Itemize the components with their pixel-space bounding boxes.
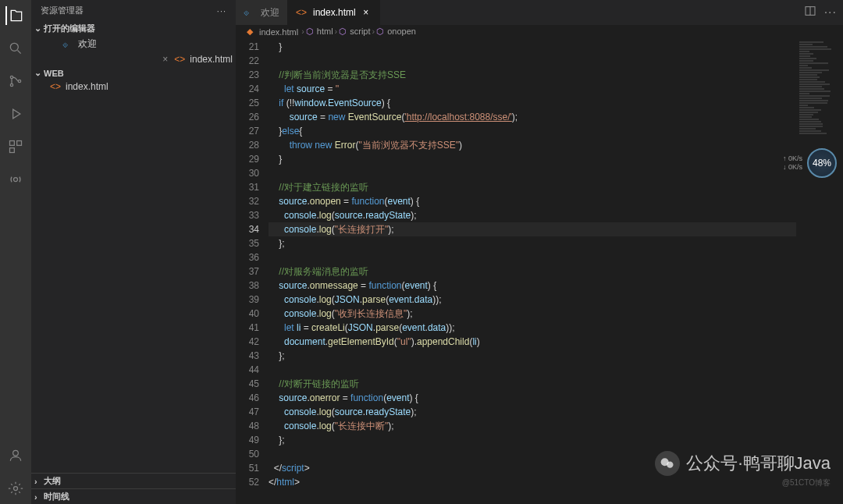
explorer-icon[interactable] [5,6,24,25]
watermark-sub: @51CTO博客 [782,477,831,488]
file-icon: <> [174,54,187,65]
timeline-section[interactable]: › 时间线 [31,488,236,504]
tabs-row: ⟐欢迎<>index.html× ··· [236,0,843,25]
close-icon[interactable]: × [361,7,372,18]
code-content[interactable]: } //判断当前浏览器是否支持SSE let source = '' if (!… [269,38,796,504]
editor-tab[interactable]: ⟐欢迎 [236,0,288,25]
chevron-down-icon: ⌄ [34,68,44,78]
symbol-icon: ⬡ [339,27,350,37]
workspace-section[interactable]: ⌄ WEB [31,66,236,80]
split-editor-icon[interactable] [804,5,816,20]
explorer-sidebar: 资源管理器 ··· ⌄ 打开的编辑器 ⟐欢迎×<>index.html ⌄ WE… [31,0,236,504]
svg-point-2 [10,83,12,86]
chevron-right-icon: › [34,492,44,502]
svg-point-8 [13,450,19,456]
svg-point-1 [10,76,12,78]
more-icon[interactable]: ··· [217,6,226,16]
sidebar-header: 资源管理器 ··· [31,0,236,21]
close-icon[interactable]: × [162,54,168,65]
svg-rect-6 [10,148,15,153]
more-icon[interactable]: ··· [824,5,837,20]
file-icon: <> [50,81,62,92]
html-file-icon: ◆ [247,27,258,37]
svg-point-0 [10,43,18,51]
account-icon[interactable] [6,446,25,465]
breadcrumb[interactable]: ◆ index.html ›⬡html›⬡script›⬡onopen [236,25,843,38]
open-editor-item[interactable]: ⟐欢迎 [31,36,236,52]
svg-point-9 [14,487,18,491]
source-control-icon[interactable] [6,72,25,91]
svg-point-12 [667,462,674,468]
performance-badge: 48% [807,148,837,178]
svg-rect-5 [17,141,22,146]
file-icon: ⟐ [62,39,75,50]
svg-point-7 [14,178,18,182]
extensions-icon[interactable] [6,137,25,156]
settings-icon[interactable] [6,479,25,498]
file-tree-item[interactable]: <>index.html [31,80,236,94]
activity-bar [0,0,31,504]
symbol-icon: ⬡ [306,27,317,37]
file-icon: <> [296,7,308,18]
wechat-icon [655,451,680,476]
svg-rect-4 [10,141,15,146]
svg-point-3 [18,80,20,82]
debug-icon[interactable] [6,105,25,123]
open-editor-item[interactable]: ×<>index.html [31,52,236,66]
editor-tab[interactable]: <>index.html× [288,0,380,25]
network-monitor-overlay: ↑ 0K/s ↓ 0K/s 48% [783,148,837,178]
file-icon: ⟐ [244,7,256,18]
search-icon[interactable] [6,39,25,58]
watermark: 公众号·鸭哥聊Java [655,451,831,476]
outline-section[interactable]: › 大纲 [31,473,236,488]
chevron-down-icon: ⌄ [34,23,44,34]
sidebar-title: 资源管理器 [41,5,84,16]
tabs-actions: ··· [798,0,843,25]
minimap[interactable] [796,38,843,504]
code-editor[interactable]: 2122232425262728293031323334353637383940… [236,38,843,504]
open-editors-section[interactable]: ⌄ 打开的编辑器 [31,21,236,36]
live-icon[interactable] [6,170,25,189]
symbol-icon: ⬡ [376,27,387,37]
chevron-right-icon: › [34,477,44,486]
line-numbers: 2122232425262728293031323334353637383940… [236,38,269,504]
editor-area: ⟐欢迎<>index.html× ··· ◆ index.html ›⬡html… [236,0,843,504]
